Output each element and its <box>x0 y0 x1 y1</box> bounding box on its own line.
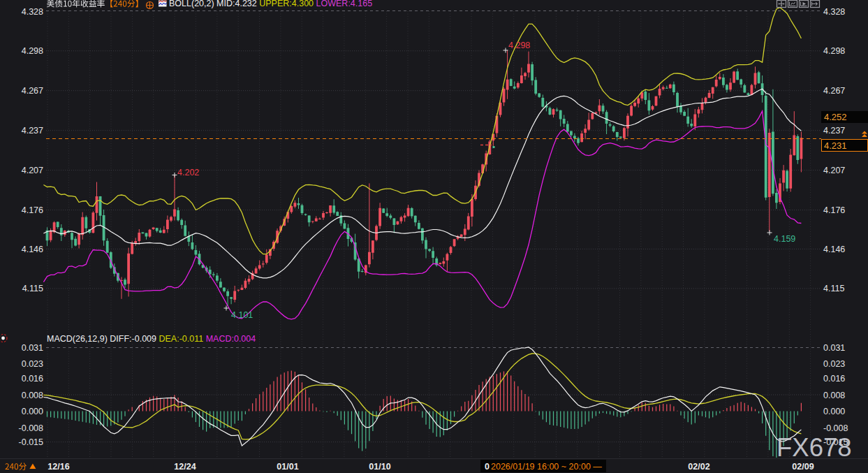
svg-text:12/16: 12/16 <box>47 462 69 472</box>
svg-text:0.023: 0.023 <box>22 359 43 369</box>
svg-text:4.231: 4.231 <box>824 140 847 151</box>
svg-text:01/10: 01/10 <box>369 462 390 472</box>
svg-text:4.207: 4.207 <box>823 166 845 175</box>
svg-text:4.328: 4.328 <box>22 7 43 17</box>
svg-text:4.298: 4.298 <box>22 46 43 56</box>
svg-text:4.115: 4.115 <box>22 284 43 293</box>
svg-text:12/24: 12/24 <box>174 462 196 472</box>
svg-text:4.328: 4.328 <box>823 7 845 17</box>
svg-text:4.159: 4.159 <box>774 234 795 244</box>
svg-text:0.031: 0.031 <box>22 343 43 353</box>
svg-text:0.000: 0.000 <box>823 407 845 416</box>
svg-text:4.176: 4.176 <box>22 205 43 215</box>
svg-text:-0.008: -0.008 <box>19 423 43 433</box>
svg-text:4.298: 4.298 <box>508 41 530 50</box>
svg-text:BOLL(20,2) MID:4.232 UPPER:4.: BOLL(20,2) MID:4.232 UPPER:4.300 LOWER:4… <box>169 0 372 8</box>
svg-text:0.016: 0.016 <box>22 374 43 384</box>
svg-text:4.237: 4.237 <box>22 126 43 136</box>
svg-text:4.267: 4.267 <box>823 86 845 96</box>
svg-text:02/09: 02/09 <box>792 462 814 472</box>
svg-text:0.016: 0.016 <box>823 374 845 384</box>
svg-text:4.146: 4.146 <box>22 245 43 254</box>
svg-text:0.031: 0.031 <box>823 343 845 353</box>
svg-text:4.252: 4.252 <box>824 112 847 122</box>
svg-text:4.267: 4.267 <box>22 86 43 96</box>
svg-text:-0.015: -0.015 <box>19 437 43 447</box>
svg-text:4.237: 4.237 <box>823 126 845 136</box>
svg-text:0.000: 0.000 <box>22 407 43 416</box>
svg-text:FX678: FX678 <box>777 433 852 462</box>
svg-text:0: 0 <box>485 462 490 472</box>
svg-text:01/01: 01/01 <box>277 462 298 472</box>
svg-text:4.115: 4.115 <box>823 284 844 293</box>
svg-text:0.008: 0.008 <box>823 391 845 400</box>
svg-text:0.008: 0.008 <box>22 391 43 400</box>
svg-text:4.298: 4.298 <box>823 46 845 56</box>
svg-text:4.101: 4.101 <box>231 310 253 320</box>
svg-text:0.023: 0.023 <box>823 359 845 369</box>
svg-text:MACD(26,12,9) DIFF:-0.009 DEA: MACD(26,12,9) DIFF:-0.009 DEA:-0.011 MAC… <box>47 334 256 344</box>
svg-text:4.207: 4.207 <box>22 166 43 175</box>
svg-text:4.176: 4.176 <box>823 205 845 215</box>
svg-text:4.146: 4.146 <box>823 245 845 254</box>
svg-text:-0.008: -0.008 <box>823 423 848 433</box>
svg-text:4.202: 4.202 <box>177 168 199 177</box>
svg-text:2026/01/19 16:00 ~ 20:00 —: 2026/01/19 16:00 ~ 20:00 — <box>491 462 602 472</box>
svg-text:02/02: 02/02 <box>688 462 709 472</box>
